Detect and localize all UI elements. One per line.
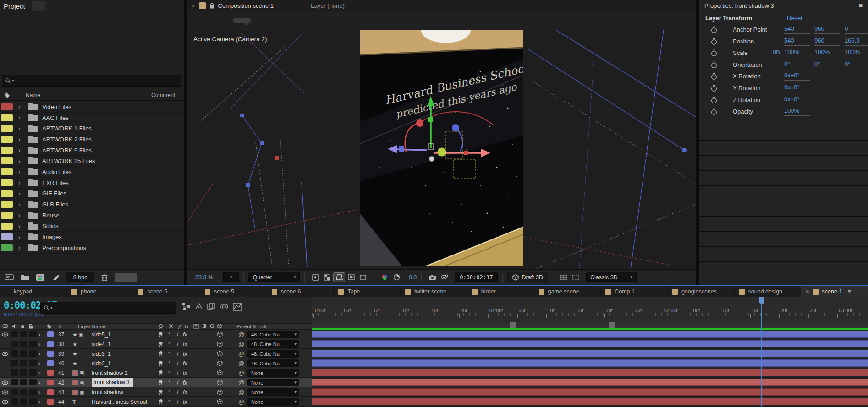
fx-switch-icon[interactable]: fx [183, 330, 187, 339]
expand-chevron-icon[interactable]: › [18, 212, 21, 218]
lock-toggle-cell[interactable] [29, 379, 37, 385]
quality-slash-icon[interactable]: / [177, 397, 178, 407]
link-dimensions-icon[interactable] [772, 50, 780, 55]
time-ruler[interactable]: 0:00f05f10f15f20f25f01:00f05f10f15f20f25… [312, 297, 868, 323]
project-folder-row[interactable]: › Solids [0, 221, 184, 232]
folder-name[interactable]: AAC Files [42, 114, 69, 121]
layer-row[interactable]: › 43 ★ T ▣ front shadow * / fx [0, 387, 312, 397]
project-folder-row[interactable]: › GLB Files [0, 199, 184, 210]
folder-name[interactable]: ARTWORK 9 Files [42, 147, 92, 154]
parent-dropdown[interactable]: None ▾ [247, 369, 299, 377]
view-layout-icon[interactable] [558, 272, 570, 282]
quality-slash-icon[interactable]: / [177, 339, 178, 349]
lock-toggle-cell[interactable] [29, 350, 37, 357]
quality-slash-icon[interactable]: / [177, 387, 178, 397]
folder-name[interactable]: ARTWORK 1 Files [42, 125, 92, 132]
eye-column-icon[interactable] [2, 324, 8, 328]
stopwatch-icon[interactable] [711, 85, 717, 92]
panel-section-header[interactable] [699, 140, 868, 154]
fx-switch-icon[interactable]: fx [183, 349, 187, 358]
interpret-footage-icon[interactable] [4, 273, 15, 282]
panel-section-header[interactable] [699, 155, 868, 169]
layer-label-swatch[interactable] [47, 341, 54, 347]
anchor-switch-icon[interactable] [158, 330, 164, 339]
panel-section-header[interactable] [699, 261, 868, 276]
quality-slash-icon[interactable]: / [177, 349, 178, 358]
tab-menu-icon[interactable]: ≡ [277, 3, 281, 9]
audio-toggle-cell[interactable] [11, 331, 18, 337]
expand-chevron-icon[interactable]: › [18, 158, 21, 164]
layer-bar-row[interactable] [312, 387, 868, 397]
project-folder-row[interactable]: › AAC Files [0, 113, 184, 124]
anchor-switch-icon[interactable] [158, 358, 164, 368]
expand-chevron-icon[interactable]: › [18, 147, 21, 153]
project-flowchart-icon[interactable] [50, 273, 61, 282]
anchor-switch-icon[interactable] [158, 397, 164, 407]
property-value-x[interactable]: 0° [784, 60, 810, 69]
label-color-swatch[interactable] [1, 179, 13, 186]
quality-switch-icon[interactable]: * [168, 339, 170, 349]
composition-tab-active[interactable]: × Composition scene 1 ≡ [187, 0, 286, 11]
layer-tab[interactable]: Layer (none) [311, 2, 345, 9]
lock-toggle-cell[interactable] [29, 389, 37, 395]
pickwhip-icon[interactable]: @ [238, 339, 244, 349]
property-value-x[interactable]: 0x+0° [784, 84, 810, 92]
layer-label-swatch[interactable] [47, 360, 54, 366]
panel-section-header[interactable] [699, 216, 868, 230]
channel-color-icon[interactable] [379, 272, 390, 282]
fx-switch-icon[interactable]: fx [183, 378, 187, 387]
expand-chevron-icon[interactable]: › [18, 201, 21, 208]
label-color-swatch[interactable] [1, 201, 13, 208]
project-folder-row[interactable]: › Audio Files [0, 167, 184, 178]
breadcrumb-item[interactable] [233, 18, 251, 23]
label-column-tag-icon[interactable] [4, 92, 11, 99]
stopwatch-icon[interactable] [711, 49, 717, 57]
layer-bar-row[interactable] [312, 397, 868, 407]
panel-section-header[interactable] [699, 277, 868, 285]
composition-tab-label[interactable]: Composition scene 1 [218, 2, 274, 9]
property-value-x[interactable]: 540 [784, 37, 810, 46]
eye-icon[interactable] [2, 330, 8, 339]
layer-duration-bar[interactable] [312, 369, 868, 376]
panel-section-header[interactable] [699, 185, 868, 200]
label-color-swatch[interactable] [1, 233, 13, 240]
expand-chevron-icon[interactable]: › [18, 244, 21, 251]
audio-column-icon[interactable] [11, 324, 17, 329]
stopwatch-icon[interactable] [711, 61, 717, 69]
layer-name[interactable]: front shadow 3 [92, 378, 133, 387]
label-color-swatch[interactable] [1, 212, 13, 219]
3d-layer-icon[interactable] [217, 397, 223, 407]
layer-duration-bar[interactable] [312, 331, 868, 338]
property-value-y[interactable]: 100% [814, 49, 840, 57]
property-label[interactable]: Opacity [733, 108, 753, 115]
layer-label-swatch[interactable] [47, 380, 54, 385]
timeline-tab[interactable]: × keypad ≡ [0, 286, 67, 297]
expand-chevron-icon[interactable]: › [18, 103, 21, 110]
project-folder-row[interactable]: › ARTWORK 1 Files [0, 123, 184, 134]
zoom-dropdown-button[interactable]: ▾ [223, 272, 239, 282]
pickwhip-icon[interactable]: @ [238, 387, 244, 397]
quality-slash-icon[interactable]: / [177, 330, 178, 339]
folder-name[interactable]: EXR Files [42, 179, 69, 186]
layer-name[interactable]: Harvard...iness School [92, 397, 147, 407]
layer-row[interactable]: › 44 ★ T ▣ Harvard...iness School * / [0, 397, 312, 407]
fx-switch-icon[interactable]: fx [183, 339, 187, 349]
timeline-tab[interactable]: × Comp 1 ≡ [601, 286, 668, 297]
pickwhip-icon[interactable]: @ [238, 330, 244, 339]
property-value-x[interactable]: 540 [784, 25, 810, 34]
exposure-value[interactable]: +0.0 [405, 274, 417, 281]
label-color-swatch[interactable] [1, 190, 13, 197]
expand-chevron-icon[interactable]: › [38, 339, 40, 349]
parent-dropdown[interactable]: 48. Cube Nu ▾ [247, 331, 299, 338]
stopwatch-icon[interactable] [711, 38, 717, 45]
layer-bar-row[interactable] [312, 378, 868, 387]
frame-blend-icon[interactable] [207, 303, 215, 311]
label-color-swatch[interactable] [1, 103, 13, 110]
anchor-switch-icon[interactable] [158, 368, 164, 378]
folder-name[interactable]: Audio Files [42, 168, 71, 175]
snapshot-camera-icon[interactable] [426, 272, 438, 282]
label-color-swatch[interactable] [1, 125, 13, 132]
layer-bar-row[interactable] [312, 358, 868, 368]
label-color-swatch[interactable] [1, 244, 13, 251]
layer-duration-bar[interactable] [312, 340, 868, 347]
